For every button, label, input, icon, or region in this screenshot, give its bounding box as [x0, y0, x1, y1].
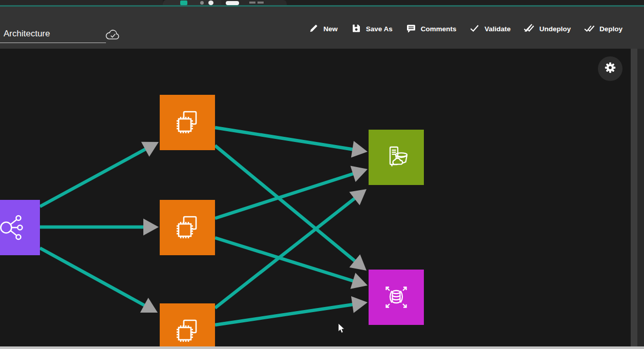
- tab-favicon-icon: [208, 1, 213, 5]
- validate-button[interactable]: Validate: [469, 23, 510, 35]
- node-database[interactable]: [369, 270, 424, 325]
- edge-line[interactable]: [40, 248, 146, 306]
- double-check-slash-icon: [524, 23, 534, 35]
- edge-line[interactable]: [215, 128, 354, 150]
- storage-icon: [380, 141, 413, 174]
- deploy-button[interactable]: Deploy: [584, 23, 622, 35]
- browser-tab-strip: [0, 0, 644, 5]
- floppy-disk-icon: [351, 23, 361, 35]
- toolbar-label: Undeploy: [539, 25, 571, 33]
- edge-line[interactable]: [215, 304, 354, 325]
- ec2-icon: [171, 106, 204, 139]
- right-gutter: [637, 49, 644, 346]
- undeploy-button[interactable]: Undeploy: [524, 23, 571, 35]
- elb-icon: [0, 211, 29, 244]
- edge-arrowhead-icon: [351, 296, 368, 313]
- tab-title-fragment: [257, 2, 264, 4]
- edge-arrowhead-icon: [143, 219, 159, 236]
- check-icon: [469, 23, 480, 35]
- edge-arrowhead-icon: [349, 189, 367, 205]
- node-instance-2[interactable]: [160, 200, 215, 255]
- cloud-check-icon: [104, 28, 121, 45]
- node-instance-1[interactable]: [160, 95, 215, 150]
- save-as-button[interactable]: Save As: [351, 23, 393, 35]
- edge-arrowhead-icon: [351, 141, 368, 158]
- node-instance-3[interactable]: [160, 303, 215, 346]
- toolbar: New Save As Comments: [309, 23, 622, 35]
- toolbar-label: Save As: [366, 25, 393, 33]
- tab-favicon-icon: [180, 1, 187, 5]
- ec2-icon: [171, 315, 204, 346]
- edge-line[interactable]: [215, 173, 355, 218]
- vertical-scrollbar[interactable]: [631, 49, 637, 346]
- toolbar-label: Deploy: [599, 25, 622, 33]
- new-button[interactable]: New: [309, 23, 338, 35]
- canvas-settings-button[interactable]: [598, 56, 622, 81]
- tab-title-fragment: [226, 1, 239, 5]
- pencil-icon: [309, 23, 319, 35]
- comments-button[interactable]: Comments: [406, 23, 457, 35]
- diagram-canvas[interactable]: [0, 49, 631, 346]
- edge-line[interactable]: [40, 148, 147, 207]
- ec2-icon: [171, 211, 204, 244]
- tab-title-fragment: [249, 2, 255, 4]
- edge-layer: [0, 49, 631, 346]
- app-header: New Save As Comments: [0, 7, 644, 49]
- node-load-balancer[interactable]: [0, 200, 40, 255]
- dbscale-icon: [380, 281, 413, 314]
- comment-icon: [406, 23, 416, 35]
- toolbar-label: Validate: [484, 25, 510, 33]
- horizontal-scrollbar[interactable]: [0, 346, 644, 349]
- edge-line[interactable]: [215, 197, 356, 308]
- gear-icon: [604, 61, 617, 76]
- double-check-icon: [584, 23, 595, 35]
- tab-strip-left: [0, 0, 163, 5]
- edge-arrowhead-icon: [350, 273, 368, 289]
- diagram-title-input[interactable]: [0, 26, 106, 43]
- tab-glyph-icon: [200, 1, 204, 5]
- node-storage[interactable]: [369, 130, 424, 185]
- toolbar-label: New: [324, 25, 338, 33]
- toolbar-label: Comments: [421, 25, 457, 33]
